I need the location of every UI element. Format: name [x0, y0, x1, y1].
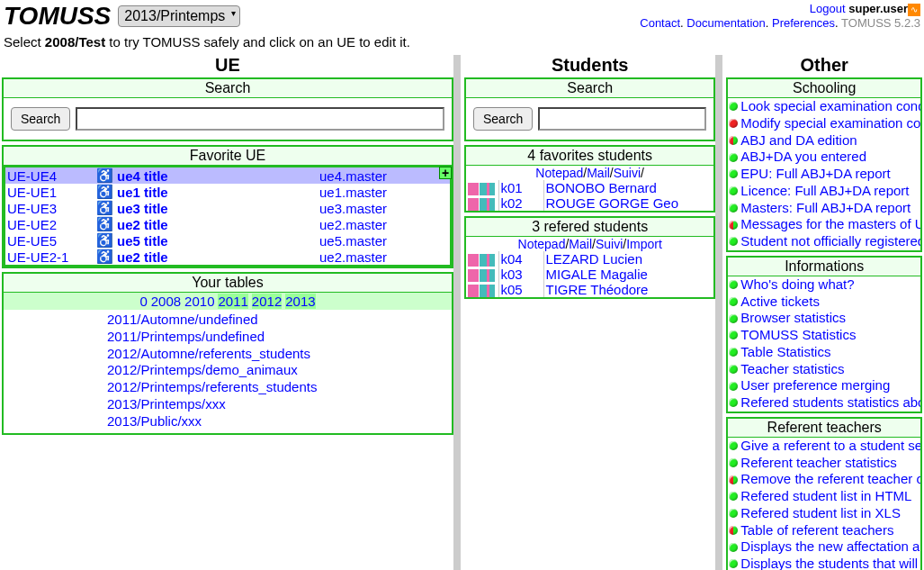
refered-students-panel: 3 refered students Notepad/Mail/Suivi/Im… [464, 216, 715, 299]
favorite-students-title: 4 favorites students [466, 147, 713, 166]
students-search-input[interactable] [538, 107, 706, 131]
other-link-label: Teacher statistics [740, 361, 844, 378]
other-link[interactable]: Remove the referent teacher o [728, 471, 920, 488]
other-link[interactable]: Active tickets [728, 294, 920, 311]
student-row[interactable]: k05TIGRE Théodore [466, 282, 713, 297]
logout-link[interactable]: Logout [810, 2, 846, 15]
other-link[interactable]: Displays the new affectation a [728, 538, 920, 556]
favorite-ue-row[interactable]: UE-UE1♿ue1 titleue1.master [4, 184, 451, 200]
status-dot-icon [729, 509, 738, 518]
year-filter-2011[interactable]: 2011 [218, 294, 247, 309]
student-name: ROUGE GORGE Geo [543, 195, 713, 211]
semester-select[interactable]: 2013/Printemps [118, 5, 240, 27]
year-filter-0[interactable]: 0 [139, 294, 147, 309]
student-chart-icon [468, 269, 495, 282]
table-link[interactable]: 2013/Public/xxx [107, 413, 452, 430]
student-action-mail[interactable]: Mail [587, 166, 610, 180]
ue-master: ue4.master [318, 167, 451, 184]
status-dot-icon [729, 237, 738, 246]
ue-search-button[interactable]: Search [11, 107, 70, 131]
table-link[interactable]: 2012/Printemps/demo_animaux [107, 362, 452, 379]
favorite-ue-title: Favorite UE [4, 147, 452, 166]
other-link-label: Who's doing what? [740, 276, 854, 294]
other-section-title: Referent teachers [728, 419, 920, 438]
header-link-documentation[interactable]: Documentation [686, 16, 765, 30]
other-link[interactable]: Licence: Full ABJ+DA report [728, 183, 920, 200]
student-action-notepad[interactable]: Notepad [535, 166, 583, 180]
other-link-label: Refered students statistics abo [740, 394, 920, 412]
other-link[interactable]: Refered students statistics abo [728, 394, 920, 412]
other-link[interactable]: Student not officially registered [728, 233, 920, 250]
ue-code: UE-UE1 [4, 184, 94, 200]
other-link-label: Messages for the masters of U [740, 216, 920, 233]
favorite-ue-row[interactable]: UE-UE2-1♿ue2 titleue2.master [4, 249, 451, 266]
add-favorite-ue-button[interactable]: + [439, 167, 452, 179]
app-title: TOMUSS [4, 2, 111, 31]
favorite-students-panel: 4 favorites students Notepad/Mail/Suivi/… [464, 145, 715, 213]
student-row[interactable]: k03MIGALE Magalie [466, 267, 713, 282]
ue-code: UE-UE3 [4, 200, 94, 216]
other-link[interactable]: Refered student list in HTML [728, 488, 920, 505]
other-link[interactable]: Masters: Full ABJ+DA report [728, 200, 920, 217]
header-link-contact[interactable]: Contact [640, 16, 680, 30]
student-action-mail[interactable]: Mail [569, 237, 592, 251]
student-chart-icon [468, 183, 495, 195]
year-filter-2012[interactable]: 2012 [252, 294, 282, 309]
other-link[interactable]: Modify special examination cor [728, 115, 920, 132]
other-link[interactable]: Browser statistics [728, 310, 920, 327]
table-link[interactable]: 2011/Printemps/undefined [107, 329, 452, 346]
student-row[interactable]: k02ROUGE GORGE Geo [466, 195, 713, 211]
other-link[interactable]: Who's doing what? [728, 276, 920, 294]
students-scrollbar[interactable] [715, 55, 722, 570]
other-link[interactable]: Messages for the masters of U [728, 216, 920, 233]
student-row[interactable]: k04LEZARD Lucien [466, 251, 713, 267]
student-name: BONOBO Bernard [543, 180, 713, 195]
status-dot-icon [729, 543, 738, 552]
favorite-ue-row[interactable]: UE-UE2♿ue2 titleue2.master [4, 216, 451, 232]
other-link[interactable]: Refered student list in XLS [728, 505, 920, 522]
student-chart-icon [468, 198, 495, 211]
other-link[interactable]: Give a referent to a student se [728, 438, 920, 455]
favorite-ue-row[interactable]: UE-UE5♿ue5 titleue5.master [4, 232, 451, 249]
students-search-button[interactable]: Search [473, 107, 533, 131]
student-action-suivi[interactable]: Suivi [596, 237, 623, 251]
other-link[interactable]: User preference merging [728, 377, 920, 394]
other-link[interactable]: ABJ+DA you entered [728, 149, 920, 166]
rss-icon[interactable]: ∿ [908, 4, 920, 16]
student-action-notepad[interactable]: Notepad [518, 237, 566, 251]
table-link[interactable]: 2011/Automne/undefined [107, 312, 452, 329]
other-link[interactable]: Referent teacher statistics [728, 455, 920, 472]
favorite-ue-row[interactable]: UE-UE4♿ue4 titleue4.master [4, 167, 451, 184]
status-dot-icon [729, 136, 738, 145]
other-link[interactable]: TOMUSS Statistics [728, 327, 920, 344]
table-link[interactable]: 2012/Printemps/referents_students [107, 379, 452, 396]
other-link[interactable]: Teacher statistics [728, 361, 920, 378]
student-action-import[interactable]: Import [626, 237, 662, 251]
student-action-suivi[interactable]: Suivi [614, 166, 641, 180]
table-link[interactable]: 2013/Printemps/xxx [107, 396, 452, 413]
other-link[interactable]: Look special examination cond [728, 98, 920, 115]
year-filter-2013[interactable]: 2013 [285, 294, 315, 309]
other-link[interactable]: ABJ and DA edition [728, 132, 920, 149]
wheelchair-icon: ♿ [94, 184, 115, 200]
year-filter-2008[interactable]: 2008 [151, 294, 181, 309]
ue-scrollbar[interactable] [453, 55, 461, 570]
ue-master: ue2.master [318, 249, 451, 266]
status-dot-icon [729, 365, 738, 374]
ue-master: ue2.master [318, 216, 451, 232]
table-link[interactable]: 2012/Automne/referents_students [107, 346, 452, 363]
other-link[interactable]: Table of referent teachers [728, 522, 920, 539]
header-right: Logout super.user∿ Contact. Documentatio… [640, 2, 920, 30]
other-link[interactable]: EPU: Full ABJ+DA report [728, 166, 920, 183]
your-tables-title: Your tables [4, 274, 452, 293]
other-link[interactable]: Table Statistics [728, 344, 920, 361]
instr-suffix: to try TOMUSS safely and click on an UE … [105, 34, 410, 50]
year-filter-2010[interactable]: 2010 [184, 294, 214, 309]
student-row[interactable]: k01BONOBO Bernard [466, 180, 713, 195]
favorite-ue-row[interactable]: UE-UE3♿ue3 titleue3.master [4, 200, 451, 216]
other-link[interactable]: Displays the students that will [728, 556, 920, 570]
other-link-label: Browser statistics [740, 310, 846, 327]
header-link-preferences[interactable]: Preferences [772, 16, 835, 30]
other-link-label: Remove the referent teacher o [740, 471, 920, 488]
ue-search-input[interactable] [76, 107, 444, 131]
